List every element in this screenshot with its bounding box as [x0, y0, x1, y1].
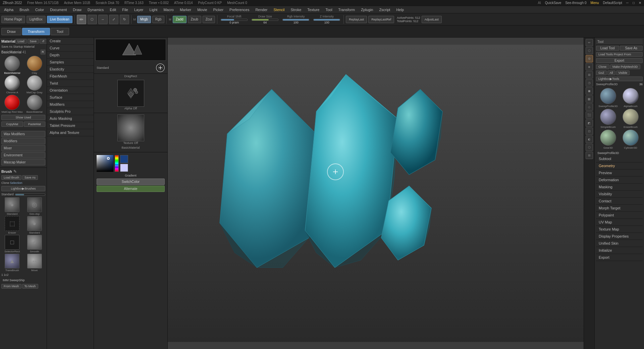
- menu-zplugin[interactable]: Zplugin: [358, 7, 376, 12]
- texture-preview[interactable]: [117, 114, 144, 141]
- alpha-preview[interactable]: [117, 80, 144, 107]
- save-as-startup-btn[interactable]: Save As Startup Material: [1, 45, 45, 48]
- tool-preview[interactable]: Preview: [596, 169, 643, 177]
- tool-brush-simple[interactable]: SimpleBrush: [597, 109, 619, 129]
- load-tool-btn[interactable]: Load Tool: [596, 46, 619, 51]
- menu-preferences[interactable]: Preferences: [227, 7, 252, 12]
- rgb-intensity-slider[interactable]: [282, 19, 309, 21]
- background-color[interactable]: [120, 164, 128, 172]
- menu-edit[interactable]: Edit: [107, 7, 119, 12]
- see-through-btn[interactable]: See-through 0: [565, 1, 586, 5]
- tool-brush-erase[interactable]: EraseBrush: [620, 109, 641, 129]
- draw-size-slider[interactable]: [252, 19, 278, 21]
- tool-export[interactable]: Export: [596, 254, 643, 261]
- menu-file[interactable]: File: [119, 7, 131, 12]
- lightbox-thumbnail[interactable]: [95, 39, 166, 61]
- menu-movie[interactable]: Movie: [195, 7, 210, 12]
- right-icon-15[interactable]: ⊞: [586, 152, 593, 159]
- menu-macro[interactable]: Macro: [161, 7, 176, 12]
- menu-marker[interactable]: Marker: [177, 7, 194, 12]
- right-icon-10[interactable]: ⬛: [586, 111, 593, 119]
- menu-samples[interactable]: Samples: [47, 59, 94, 66]
- replay-last-btn[interactable]: ReplayLast: [346, 16, 367, 23]
- tool-uv-map[interactable]: UV Map: [596, 219, 643, 226]
- tool-subtool[interactable]: Subtool: [596, 155, 643, 162]
- right-icon-13[interactable]: ◐: [586, 136, 593, 143]
- z-intensity-slider[interactable]: [313, 19, 340, 21]
- menu-btn[interactable]: Menu: [591, 1, 599, 5]
- rgb-btn[interactable]: Rgb: [152, 16, 164, 23]
- modifiers-btn[interactable]: Modifiers: [1, 138, 45, 144]
- menu-transform[interactable]: Transform: [336, 7, 358, 12]
- menu-texture[interactable]: Texture: [305, 7, 322, 12]
- menu-create[interactable]: Create: [47, 38, 94, 45]
- minimize-btn[interactable]: ─: [626, 1, 629, 5]
- mat-item-matcap-red[interactable]: MatCap Red Wax: [1, 95, 23, 113]
- mat-item-basic2[interactable]: BasicMaterial: [24, 95, 46, 113]
- menu-auto-masking[interactable]: Auto Masking: [47, 115, 94, 122]
- menu-fibermesh[interactable]: FiberMesh: [47, 73, 94, 80]
- mrgb-btn[interactable]: Mrgb: [137, 16, 151, 23]
- tool-header[interactable]: Tool: [596, 39, 643, 45]
- menu-curve[interactable]: Curve: [47, 45, 94, 52]
- right-icon-12[interactable]: ⊡: [586, 128, 593, 135]
- material-save-btn[interactable]: Save: [28, 39, 39, 44]
- transform-tab-btn[interactable]: Transform: [22, 28, 50, 35]
- save-as-tool-btn[interactable]: Save As: [620, 46, 643, 51]
- replay-last-ref-btn[interactable]: ReplayLastRef: [368, 16, 394, 23]
- tool-deformation[interactable]: Deformation: [596, 177, 643, 184]
- menu-alpha-texture[interactable]: Alpha and Texture: [47, 129, 94, 136]
- maximize-btn[interactable]: □: [633, 1, 635, 5]
- tool-geometry[interactable]: Geometry: [596, 162, 643, 169]
- menu-render[interactable]: Render: [253, 7, 270, 12]
- alternate-btn[interactable]: Alternate: [97, 186, 165, 192]
- goz-all-btn[interactable]: All: [607, 70, 615, 75]
- wax-modifiers-btn[interactable]: Wax Modifiers: [1, 131, 45, 137]
- mixer-btn[interactable]: Mixer: [1, 145, 45, 151]
- zadd-btn[interactable]: Zadd: [173, 16, 186, 23]
- tool-visibility[interactable]: Visibility: [596, 191, 643, 198]
- make-polymesh-btn[interactable]: Make PolyMesh3D: [610, 64, 640, 69]
- live-boolean-btn[interactable]: Live Boolean: [47, 16, 72, 23]
- right-icon-6[interactable]: ◷: [586, 79, 593, 87]
- menu-picker[interactable]: Picker: [211, 7, 226, 12]
- viewport[interactable]: [168, 38, 584, 349]
- right-icon-tool[interactable]: ⚙: [586, 55, 593, 62]
- show-used-btn[interactable]: Show Used: [1, 115, 45, 120]
- menu-brush[interactable]: Brush: [17, 7, 32, 12]
- goz-visible-btn[interactable]: Visible: [616, 70, 630, 75]
- clone-tool-btn[interactable]: Clone:: [596, 64, 609, 69]
- load-tools-project-btn[interactable]: Load Tools Project From: [596, 52, 643, 57]
- lightbox-btn[interactable]: LightBox: [26, 16, 46, 23]
- move-btn[interactable]: ↔: [98, 15, 108, 24]
- export-btn[interactable]: Export: [596, 58, 643, 63]
- from-mesh-btn[interactable]: From Mesh: [1, 284, 21, 289]
- menu-draw[interactable]: Draw: [70, 7, 84, 12]
- brush-item-standard[interactable]: ● Standard: [1, 197, 23, 215]
- menu-light[interactable]: Light: [147, 7, 160, 12]
- save-as-brush-btn[interactable]: Save As: [22, 175, 38, 180]
- copymat-btn[interactable]: CopyMat: [1, 121, 23, 127]
- tool-display-props[interactable]: Display Properties: [596, 233, 643, 240]
- menu-help[interactable]: Help: [393, 7, 407, 12]
- brush-edit-icon[interactable]: ✎: [13, 169, 17, 174]
- menu-modifiers-brush[interactable]: Modifiers: [47, 101, 94, 108]
- mat-item-chrome[interactable]: Chrome A: [1, 75, 23, 94]
- to-mesh-btn[interactable]: To Mesh: [22, 284, 38, 289]
- menu-stroke[interactable]: Stroke: [288, 7, 304, 12]
- rotate-btn[interactable]: ↻: [120, 15, 129, 24]
- tool-brush-alpha[interactable]: AlphaBrush: [620, 88, 641, 108]
- menu-sculptris-pro[interactable]: Sculptris Pro: [47, 108, 94, 115]
- home-page-btn[interactable]: Home Page: [1, 16, 25, 23]
- right-icon-14[interactable]: ⬡: [586, 144, 593, 151]
- hue-bar[interactable]: [115, 155, 119, 172]
- menu-dynamics[interactable]: Dynamics: [85, 7, 106, 12]
- color-gradient-square[interactable]: [97, 155, 113, 172]
- brush-item-trans[interactable]: ▲ TransBrush: [1, 254, 23, 272]
- menu-twist[interactable]: Twist: [47, 80, 94, 87]
- tool-texture-map[interactable]: Texture Map: [596, 226, 643, 233]
- zcut-btn[interactable]: Zcut: [203, 16, 215, 23]
- right-icon-4[interactable]: ◈: [586, 63, 593, 70]
- draw-mode-btn[interactable]: ✏: [77, 15, 86, 24]
- tool-brush-gear[interactable]: Gear3D: [597, 130, 619, 149]
